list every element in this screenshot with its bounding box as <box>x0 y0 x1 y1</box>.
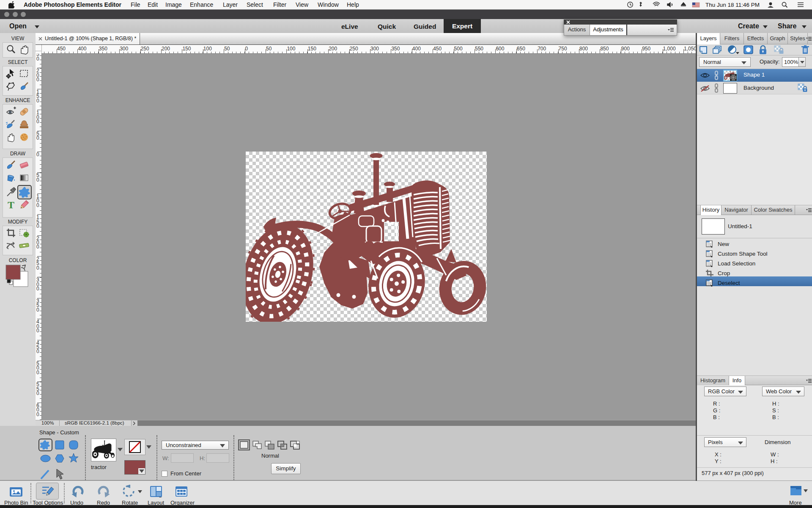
svg-text:T: T <box>8 199 14 210</box>
svg-text:Thu Jun 18 11:46 PM: Thu Jun 18 11:46 PM <box>705 2 760 8</box>
